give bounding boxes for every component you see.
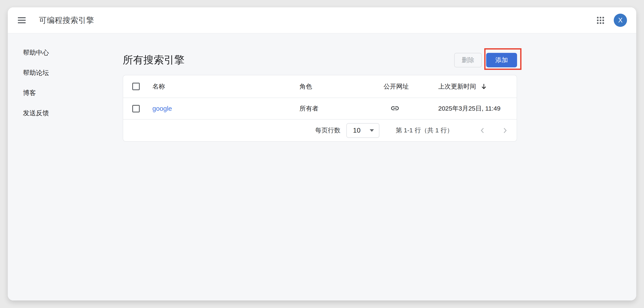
add-button-wrapper: 添加 [486,53,517,67]
menu-button[interactable] [18,14,30,26]
main-panel: 所有搜索引擎 删除 添加 名称 角色 公开网址 [123,33,517,301]
avatar[interactable]: X [614,14,627,27]
row-checkbox[interactable] [132,105,140,113]
app-window: 可编程搜索引擎 X 帮助中心 帮助论坛 博客 发送反馈 所有搜索引擎 删除 添加 [8,7,636,301]
engine-name-link[interactable]: google [152,105,172,112]
search-engines-table: 名称 角色 公开网址 上次更新时间 [123,75,517,142]
select-all-checkbox[interactable] [132,83,140,90]
link-icon[interactable] [390,104,400,113]
header-checkbox-cell [123,83,152,90]
apps-grid-button[interactable] [597,17,604,24]
column-header-name: 名称 [152,82,300,91]
sidebar-item-blog[interactable]: 博客 [8,83,123,103]
rows-per-page-value: 10 [353,127,361,134]
toolbar-actions: 删除 添加 [454,53,517,67]
app-title: 可编程搜索引擎 [39,15,94,26]
next-page-button[interactable] [501,126,509,135]
sidebar: 帮助中心 帮助论坛 博客 发送反馈 [8,33,123,301]
delete-button[interactable]: 删除 [454,53,482,67]
chevron-right-icon [501,127,508,134]
row-checkbox-cell [123,105,152,113]
apps-grid-icon [597,17,604,24]
app-header: 可编程搜索引擎 X [8,7,636,33]
content-area: 帮助中心 帮助论坛 博客 发送反馈 所有搜索引擎 删除 添加 [8,33,636,301]
column-header-public-url: 公开网址 [384,82,438,91]
column-header-last-updated[interactable]: 上次更新时间 [438,82,517,91]
chevron-left-icon [479,127,486,134]
engine-role: 所有者 [300,104,384,113]
previous-page-button[interactable] [478,126,487,135]
dropdown-arrow-icon [370,129,374,132]
column-header-role: 角色 [300,82,384,91]
page-title: 所有搜索引擎 [123,53,184,67]
rows-per-page-select[interactable]: 10 [346,123,380,138]
table-row: google 所有者 2025年3月25日, 11:49 [123,98,517,120]
toolbar: 所有搜索引擎 删除 添加 [123,52,517,68]
sidebar-item-send-feedback[interactable]: 发送反馈 [8,103,123,123]
column-header-last-updated-label: 上次更新时间 [438,82,476,91]
engine-last-updated: 2025年3月25日, 11:49 [438,104,517,113]
pagination-range: 第 1-1 行（共 1 行） [396,126,453,135]
table-header-row: 名称 角色 公开网址 上次更新时间 [123,75,517,98]
sidebar-item-help-center[interactable]: 帮助中心 [8,43,123,63]
rows-per-page-label: 每页行数 [315,126,340,135]
sort-descending-icon [481,83,487,90]
add-button[interactable]: 添加 [486,53,517,67]
sidebar-item-help-forum[interactable]: 帮助论坛 [8,63,123,83]
table-pagination: 每页行数 10 第 1-1 行（共 1 行） [123,120,517,141]
